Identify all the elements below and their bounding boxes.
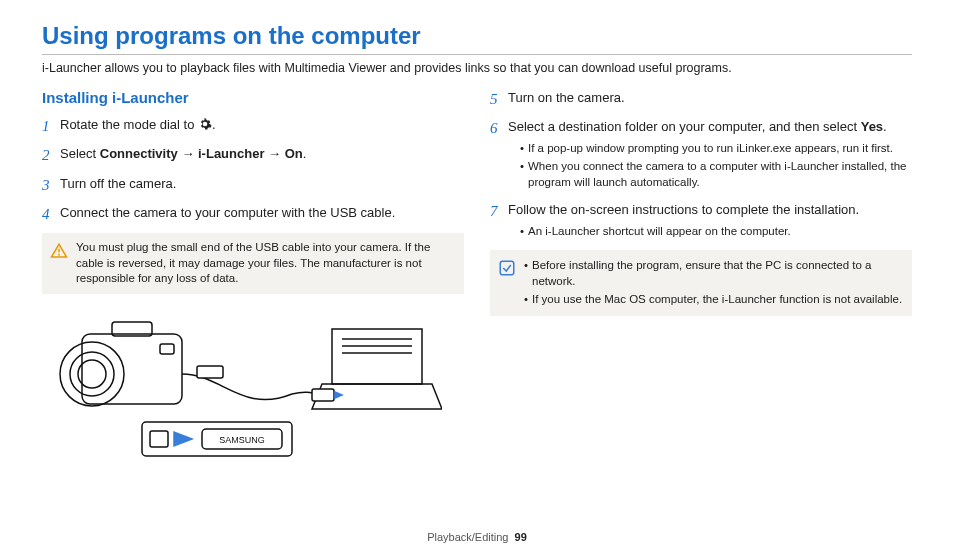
svg-rect-12 (312, 389, 334, 401)
text: Rotate the mode dial to (60, 117, 198, 132)
bullet: An i-Launcher shortcut will appear on th… (520, 223, 912, 239)
step-text: Select a destination folder on your comp… (508, 118, 912, 192)
arrow: → (264, 146, 284, 161)
step-number: 2 (42, 145, 60, 165)
page-title: Using programs on the computer (42, 22, 912, 50)
info-icon (498, 259, 518, 282)
step-text: Rotate the mode dial to . (60, 116, 464, 136)
step-text: Turn off the camera. (60, 175, 464, 193)
warning-text: You must plug the small end of the USB c… (76, 240, 456, 287)
usb-connection-illustration: SAMSUNG (42, 304, 464, 468)
text: Select a destination folder on your comp… (508, 119, 861, 134)
step-5: 5 Turn on the camera. (490, 89, 912, 109)
step-3: 3 Turn off the camera. (42, 175, 464, 195)
gear-icon (198, 117, 212, 136)
page-footer: Playback/Editing 99 (0, 531, 954, 543)
title-rule (42, 54, 912, 55)
step-number: 5 (490, 89, 508, 109)
bold-text: i-Launcher (198, 146, 264, 161)
step-number: 6 (490, 118, 508, 138)
bold-text: Connectivity (100, 146, 178, 161)
two-column-layout: Installing i-Launcher 1 Rotate the mode … (42, 89, 912, 468)
svg-rect-8 (197, 366, 223, 378)
svg-rect-7 (160, 344, 174, 354)
text: . (303, 146, 307, 161)
bold-text: On (285, 146, 303, 161)
step-4: 4 Connect the camera to your computer wi… (42, 204, 464, 224)
intro-text: i-Launcher allows you to playback files … (42, 61, 912, 75)
page-number: 99 (515, 531, 527, 543)
section-heading: Installing i-Launcher (42, 89, 464, 106)
bullet: When you connect the camera to a compute… (520, 158, 912, 190)
text: Select (60, 146, 100, 161)
step-number: 4 (42, 204, 60, 224)
sub-bullets: An i-Launcher shortcut will appear on th… (508, 223, 912, 239)
info-box: Before installing the program, ensure th… (490, 250, 912, 316)
step-1: 1 Rotate the mode dial to . (42, 116, 464, 136)
arrow: → (178, 146, 198, 161)
svg-text:SAMSUNG: SAMSUNG (219, 435, 265, 445)
svg-rect-17 (500, 261, 514, 275)
info-bullets: Before installing the program, ensure th… (524, 257, 904, 309)
step-number: 7 (490, 201, 508, 221)
bullet: If you use the Mac OS computer, the i-La… (524, 291, 904, 307)
sub-bullets: If a pop-up window prompting you to run … (508, 140, 912, 190)
right-column: 5 Turn on the camera. 6 Select a destina… (490, 89, 912, 468)
page: Using programs on the computer i-Launche… (0, 0, 954, 468)
step-2: 2 Select Connectivity → i-Launcher → On. (42, 145, 464, 165)
bullet: If a pop-up window prompting you to run … (520, 140, 912, 156)
svg-point-5 (70, 352, 114, 396)
step-number: 1 (42, 116, 60, 136)
step-7: 7 Follow the on-screen instructions to c… (490, 201, 912, 241)
step-text: Select Connectivity → i-Launcher → On. (60, 145, 464, 163)
svg-point-1 (58, 254, 60, 256)
warning-box: You must plug the small end of the USB c… (42, 233, 464, 294)
footer-section: Playback/Editing (427, 531, 508, 543)
text: . (212, 117, 216, 132)
step-text: Follow the on-screen instructions to com… (508, 201, 912, 241)
left-column: Installing i-Launcher 1 Rotate the mode … (42, 89, 464, 468)
bold-text: Yes (861, 119, 883, 134)
bullet: Before installing the program, ensure th… (524, 257, 904, 289)
step-number: 3 (42, 175, 60, 195)
warning-icon (50, 242, 70, 265)
svg-rect-14 (150, 431, 168, 447)
text: . (883, 119, 887, 134)
text: Follow the on-screen instructions to com… (508, 202, 859, 217)
step-text: Connect the camera to your computer with… (60, 204, 464, 222)
step-6: 6 Select a destination folder on your co… (490, 118, 912, 192)
step-text: Turn on the camera. (508, 89, 912, 107)
